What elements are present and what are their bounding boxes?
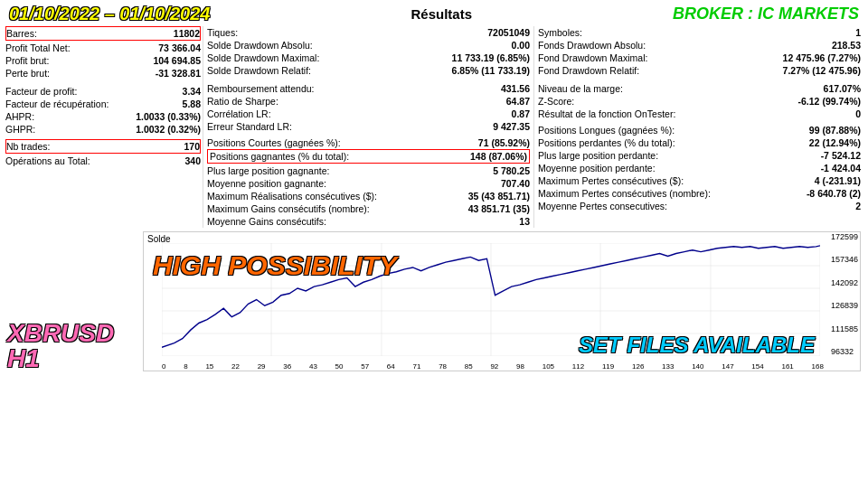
profit-net-row: Profit Total Net: 73 366.04 <box>5 42 201 54</box>
positions-courtes-row: Positions Courtes (gagnées %): 71 (85.92… <box>207 136 530 149</box>
barres-value: 11802 <box>174 28 200 39</box>
stats-col1: Barres: 11802 Profit Total Net: 73 366.0… <box>4 26 203 228</box>
positions-gagnantes-row: Positions gagnantes (% du total): 148 (8… <box>207 149 530 164</box>
xbr-section: XBRUSD H1 <box>4 230 139 371</box>
moyenne-pertes-row: Moyenne Pertes consecutives: 2 <box>538 200 861 212</box>
fond-dd-relatif-row: Fond Drawdown Relatif: 7.27% (12 475.96) <box>538 64 861 77</box>
profit-brut-row: Profit brut: 104 694.85 <box>5 54 201 67</box>
stats-col2: Tiques: 72051049 Solde Drawdown Absolu: … <box>203 26 533 228</box>
stats-col3: Symboles: 1 Fonds Drawdown Absolu: 218.5… <box>533 26 864 228</box>
facteur-recuperation-row: Facteur de récupération: 5.88 <box>5 98 201 110</box>
results-title: Résultats <box>410 6 472 22</box>
chart-container: Solde HIGH POSSIBILITY SET FILES AVAILAB… <box>143 231 861 371</box>
zscore-row: Z-Score: -6.12 (99.74%) <box>538 95 861 108</box>
correlation-row: Corrélation LR: 0.87 <box>207 108 530 120</box>
broker-info: BROKER : IC MARKETS <box>673 5 859 23</box>
solde-dd-maximal-row: Solde Drawdown Maximal: 11 733.19 (6.85%… <box>207 52 530 64</box>
barres-label: Barres: <box>6 28 37 39</box>
ontester-row: Résultat de la fonction OnTester: 0 <box>538 108 861 120</box>
niveau-marge-row: Niveau de la marge: 617.07% <box>538 82 861 95</box>
plus-large-perdante-row: Plus large position perdante: -7 524.12 <box>538 149 861 162</box>
stats-grid: Barres: 11802 Profit Total Net: 73 366.0… <box>0 26 868 228</box>
operations-total-row: Opérations au Total: 340 <box>5 155 201 167</box>
xbr-label: XBRUSD H1 <box>7 321 139 371</box>
moyenne-gains-row: Moyenne Gains consécutifs: 13 <box>207 215 530 228</box>
erreur-standard-row: Erreur Standard LR: 9 427.35 <box>207 120 530 133</box>
max-pertes-dollar-row: Maximum Pertes consécutives ($): 4 (-231… <box>538 174 861 187</box>
y-axis-labels: 172599 157346 142092 126839 111585 96332 <box>831 232 858 356</box>
max-gains-nombre-row: Maximum Gains consécutifs (nombre): 43 8… <box>207 202 530 215</box>
date-range: 01/10/2022 – 01/10/2024 <box>9 4 210 24</box>
positions-perdantes-row: Positions perdantes (% du total): 22 (12… <box>538 136 861 149</box>
moyenne-gagnante-row: Moyenne position gagnante: 707.40 <box>207 177 530 190</box>
x-axis-labels: 0 8 15 22 29 36 43 50 57 64 71 78 85 92 … <box>162 362 824 371</box>
solde-dd-absolu-row: Solde Drawdown Absolu: 0.00 <box>207 39 530 52</box>
sharpe-row: Ratio de Sharpe: 64.87 <box>207 95 530 108</box>
positions-longues-row: Positions Longues (gagnées %): 99 (87.88… <box>538 124 861 136</box>
tiques-row: Tiques: 72051049 <box>207 26 530 39</box>
facteur-profit-row: Facteur de profit: 3.34 <box>5 85 201 98</box>
header: 01/10/2022 – 01/10/2024 Résultats BROKER… <box>0 0 868 26</box>
ahpr-row: AHPR: 1.0033 (0.33%) <box>5 110 201 123</box>
bottom-section: XBRUSD H1 Solde HIGH POSSIBILITY SET FIL… <box>0 230 868 371</box>
max-realisations-row: Maximum Réalisations consécutives ($): 3… <box>207 190 530 202</box>
remboursement-row: Remboursement attendu: 431.56 <box>207 82 530 95</box>
set-files-label: SET FILES AVAILABLE <box>579 333 815 358</box>
fond-dd-maximal-row: Fond Drawdown Maximal: 12 475.96 (7.27%) <box>538 52 861 64</box>
nb-trades-row: Nb trades: 170 <box>5 139 201 154</box>
barres-row: Barres: 11802 <box>5 26 201 41</box>
moyenne-perdante-row: Moyenne position perdante: -1 424.04 <box>538 162 861 174</box>
high-possibility-label: HIGH POSSIBILITY <box>153 250 397 281</box>
solde-dd-relatif-row: Solde Drawdown Relatif: 6.85% (11 733.19… <box>207 64 530 77</box>
symboles-row: Symboles: 1 <box>538 26 861 39</box>
ghpr-row: GHPR: 1.0032 (0.32%) <box>5 123 201 136</box>
plus-large-gagnante-row: Plus large position gagnante: 5 780.25 <box>207 164 530 177</box>
fonds-dd-absolu-row: Fonds Drawdown Absolu: 218.53 <box>538 39 861 52</box>
perte-brut-row: Perte brut: -31 328.81 <box>5 67 201 80</box>
max-pertes-nombre-row: Maximum Pertes consécutives (nombre): -8… <box>538 187 861 200</box>
